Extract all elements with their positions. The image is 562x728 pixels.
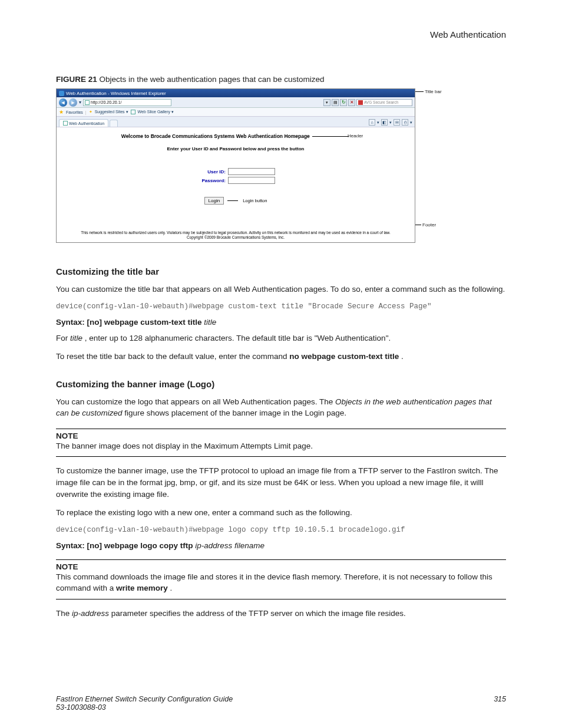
suggested-icon: ✦ xyxy=(89,110,92,114)
ie-icon xyxy=(59,91,64,96)
user-id-label: User ID: xyxy=(196,169,226,174)
figure-label: FIGURE 21 xyxy=(56,75,97,84)
note-body-1: The banner image does not display in the… xyxy=(56,440,506,452)
user-id-row: User ID: xyxy=(61,168,410,175)
page-number: 315 xyxy=(494,695,506,711)
page-footer: FastIron Ethernet Switch Security Config… xyxy=(56,695,506,711)
footer-line1: This network is restricted to authorized… xyxy=(81,230,390,235)
sec2-p3: To replace the existing logo with a new … xyxy=(56,507,506,519)
sec2-p1b: figure shows placement of the banner ima… xyxy=(123,409,347,417)
note-end-1 xyxy=(56,456,506,457)
refresh-button[interactable]: ↻ xyxy=(340,99,347,106)
mail-icon[interactable]: ✉ xyxy=(394,119,400,126)
sec1-p3: To reset the title bar back to the defau… xyxy=(56,351,506,363)
password-label: Password: xyxy=(196,178,226,183)
sec1-p2a: For xyxy=(56,334,70,342)
page-icon xyxy=(85,100,90,105)
browser-mock: Web Authentication - Windows Internet Ex… xyxy=(56,88,415,243)
web-slice-gallery[interactable]: Web Slice Gallery ▾ xyxy=(138,110,174,114)
sec2-p1a: You can customize the logo that appears … xyxy=(56,397,335,406)
favorites-label: Favorites xyxy=(66,110,83,114)
footer-docnum: 53-1003088-03 xyxy=(56,703,233,711)
sec1-p3a: To reset the title bar back to the defau… xyxy=(56,352,289,361)
tab-web-auth[interactable]: Web Authentication xyxy=(59,119,108,127)
browser-address-bar: ◄ ► ▾ http://20.20.20.1/ ▾ ▤ ↻ ✕ AVG Sec… xyxy=(57,97,415,108)
note-rule-1 xyxy=(56,429,506,429)
figure-caption-text: Objects in the web authentication pages … xyxy=(100,75,325,84)
footer-title: FastIron Ethernet Switch Security Config… xyxy=(56,695,233,703)
page-subheader: Enter your User ID and Password below an… xyxy=(61,146,410,151)
sec1-syntax: Syntax: [no] webpage custom-text title t… xyxy=(56,318,506,327)
sec1-p2: For title , enter up to 128 alphanumeric… xyxy=(56,332,506,344)
sec1-p1: You can customize the title bar that app… xyxy=(56,284,506,295)
callout-footer: Footer xyxy=(422,222,436,228)
compat-icon[interactable]: ▤ xyxy=(332,99,339,106)
back-button[interactable]: ◄ xyxy=(59,98,67,107)
note-end-2 xyxy=(56,599,506,599)
footer-line2: Copyright ©2009 Brocade Communications S… xyxy=(187,235,285,239)
sec2-p4a: The xyxy=(56,609,72,618)
page-content: Welcome to Brocade Communications System… xyxy=(57,127,415,242)
sec1-p2var: title xyxy=(70,334,82,342)
sec2-p4i: ip-address xyxy=(72,609,109,618)
page-footer-text: This network is restricted to authorized… xyxy=(59,230,412,240)
sec2-p4b: parameter specifies the address of the T… xyxy=(109,609,406,618)
stop-button[interactable]: ✕ xyxy=(348,99,355,106)
favorites-bar: ★ Favorites | ✦ Suggested Sites ▾ Web Sl… xyxy=(57,108,415,117)
running-head: Web Authentication xyxy=(56,29,506,39)
callout-titlebar: Title bar xyxy=(425,89,442,94)
note-rule-2 xyxy=(56,559,506,560)
favorites-star-icon[interactable]: ★ xyxy=(59,109,64,115)
figure-21: Web Authentication - Windows Internet Ex… xyxy=(56,88,506,243)
sec1-code: device(config-vlan-10-webauth)#webpage c… xyxy=(56,302,506,311)
suggested-sites[interactable]: Suggested Sites ▾ xyxy=(95,110,128,114)
user-id-input[interactable] xyxy=(228,168,275,175)
sec2-syntax-prefix: Syntax: [no] webpage logo copy tftp xyxy=(56,541,193,550)
sec2-p2: To customize the banner image, use the T… xyxy=(56,465,506,500)
password-input[interactable] xyxy=(228,177,275,184)
sec1-p3c: . xyxy=(399,352,404,361)
tab-bar: Web Authentication ⌂▾ ◧▾ ✉ ⎙▾ xyxy=(57,117,415,127)
note2b: write memory xyxy=(116,584,168,592)
page-header-text: Welcome to Brocade Communications System… xyxy=(121,133,310,139)
url-text: http://20.20.20.1/ xyxy=(91,100,122,104)
print-icon[interactable]: ⎙ xyxy=(402,119,408,126)
home-icon[interactable]: ⌂ xyxy=(369,119,375,126)
note-head-2: NOTE xyxy=(56,562,506,571)
search-placeholder: AVG Secure Search xyxy=(364,100,398,104)
sec2-syntax-var: ip-address filename xyxy=(195,541,265,550)
avg-icon xyxy=(358,100,363,105)
password-row: Password: xyxy=(61,177,410,184)
window-title: Web Authentication - Windows Internet Ex… xyxy=(66,91,166,96)
heading-title-bar: Customizing the title bar xyxy=(56,266,506,276)
note2c: . xyxy=(168,584,173,592)
sec1-p2b: , enter up to 128 alphanumeric character… xyxy=(82,334,391,342)
login-button[interactable]: Login xyxy=(204,197,224,205)
url-input[interactable]: http://20.20.20.1/ xyxy=(83,99,171,106)
tab-title: Web Authentication xyxy=(69,121,104,126)
sec1-p3b: no webpage custom-text title xyxy=(289,352,399,361)
tab-page-icon xyxy=(63,121,68,126)
sec2-syntax: Syntax: [no] webpage logo copy tftp ip-a… xyxy=(56,541,506,550)
slice-icon xyxy=(131,110,135,114)
sec2-p4: The ip-address parameter specifies the a… xyxy=(56,608,506,620)
note-body-2: This command downloads the image file an… xyxy=(56,571,506,594)
browser-titlebar: Web Authentication - Windows Internet Ex… xyxy=(57,89,415,97)
sec1-syntax-var: title xyxy=(204,318,216,327)
heading-banner-image: Customizing the banner image (Logo) xyxy=(56,379,506,389)
note-head-1: NOTE xyxy=(56,431,506,440)
command-bar: ⌂▾ ◧▾ ✉ ⎙▾ xyxy=(369,119,412,127)
new-tab-button[interactable] xyxy=(110,120,118,127)
sec2-p1: You can customize the logo that appears … xyxy=(56,396,506,419)
callout-header: Header xyxy=(348,133,363,139)
search-box[interactable]: AVG Secure Search xyxy=(356,99,412,106)
callout-login: Login button xyxy=(243,198,267,203)
sec1-syntax-prefix: Syntax: [no] webpage custom-text title xyxy=(56,318,202,327)
sec2-code: device(config-vlan-10-webauth)#webpage l… xyxy=(56,526,506,534)
feeds-icon[interactable]: ◧ xyxy=(381,119,388,126)
url-dropdown[interactable]: ▾ xyxy=(323,99,330,106)
forward-button[interactable]: ► xyxy=(69,98,77,107)
figure-caption: FIGURE 21 Objects in the web authenticat… xyxy=(56,75,506,84)
